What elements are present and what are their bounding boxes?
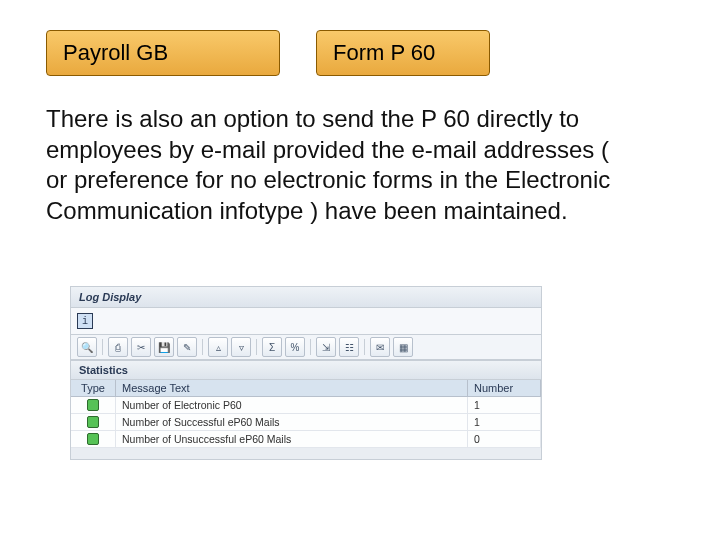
mail-icon[interactable]: ✉	[370, 337, 390, 357]
statistics-section-title: Statistics	[71, 360, 541, 380]
layout-icon[interactable]: ☷	[339, 337, 359, 357]
percent-icon[interactable]: %	[285, 337, 305, 357]
export-icon[interactable]: ⇲	[316, 337, 336, 357]
header-pill-left: Payroll GB	[46, 30, 280, 76]
spreadsheet-icon[interactable]: ▦	[393, 337, 413, 357]
sort-asc-icon[interactable]: ▵	[208, 337, 228, 357]
status-cell	[71, 397, 116, 414]
toolbar-divider	[364, 339, 365, 355]
status-success-icon	[87, 433, 99, 445]
filter-icon[interactable]: ✂	[131, 337, 151, 357]
sap-log-display-panel: Log Display i 🔍 ⎙ ✂ 💾 ✎ ▵ ▿ Σ % ⇲ ☷ ✉ ▦ …	[70, 286, 542, 460]
table-header-row: Type Message Text Number	[71, 380, 541, 397]
statistics-table: Type Message Text Number Number of Elect…	[71, 380, 541, 448]
slide-body-text: There is also an option to send the P 60…	[46, 104, 630, 227]
number-cell: 1	[468, 397, 541, 414]
toolbar-divider	[202, 339, 203, 355]
table-row: Number of Successful eP60 Mails 1	[71, 414, 541, 431]
toolbar-divider	[256, 339, 257, 355]
message-cell: Number of Electronic P60	[116, 397, 468, 414]
save-icon[interactable]: 💾	[154, 337, 174, 357]
sort-desc-icon[interactable]: ▿	[231, 337, 251, 357]
status-success-icon	[87, 416, 99, 428]
message-cell: Number of Successful eP60 Mails	[116, 414, 468, 431]
col-header-message: Message Text	[116, 380, 468, 397]
header-pill-right: Form P 60	[316, 30, 490, 76]
panel-toolbar: 🔍 ⎙ ✂ 💾 ✎ ▵ ▿ Σ % ⇲ ☷ ✉ ▦	[71, 335, 541, 360]
panel-title: Log Display	[71, 287, 541, 308]
info-icon: i	[77, 313, 93, 329]
table-body: Number of Electronic P60 1 Number of Suc…	[71, 397, 541, 448]
table-row: Number of Electronic P60 1	[71, 397, 541, 414]
print-icon[interactable]: ⎙	[108, 337, 128, 357]
toolbar-divider	[102, 339, 103, 355]
search-icon[interactable]: 🔍	[77, 337, 97, 357]
status-cell	[71, 431, 116, 448]
number-cell: 0	[468, 431, 541, 448]
panel-message-bar: i	[71, 308, 541, 335]
col-header-type: Type	[71, 380, 116, 397]
status-cell	[71, 414, 116, 431]
toolbar-divider	[310, 339, 311, 355]
edit-icon[interactable]: ✎	[177, 337, 197, 357]
col-header-number: Number	[468, 380, 541, 397]
sum-icon[interactable]: Σ	[262, 337, 282, 357]
number-cell: 1	[468, 414, 541, 431]
table-row: Number of Unsuccessful eP60 Mails 0	[71, 431, 541, 448]
status-success-icon	[87, 399, 99, 411]
message-cell: Number of Unsuccessful eP60 Mails	[116, 431, 468, 448]
